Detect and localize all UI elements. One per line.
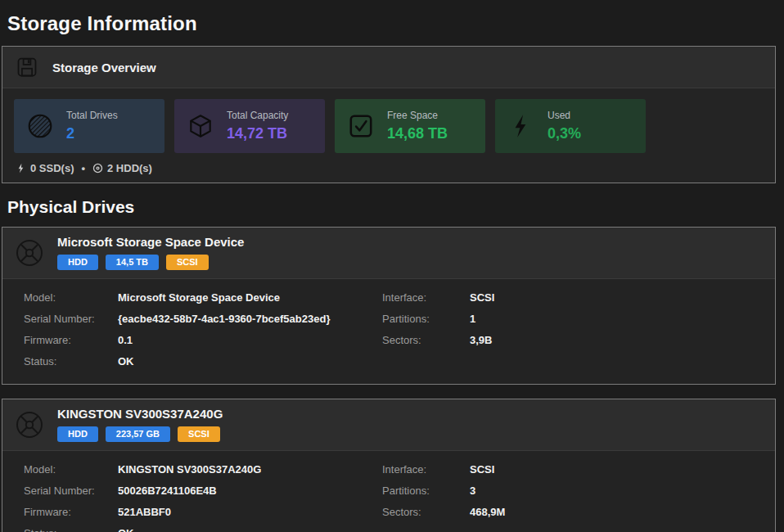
stat-card-total-drives: Total Drives 2 (14, 99, 164, 153)
storage-overview-title: Storage Overview (52, 61, 156, 74)
drive-name: KINGSTON SV300S37A240G (57, 407, 223, 421)
drive-card: KINGSTON SV300S37A240G HDD 223,57 GB SCS… (2, 399, 776, 532)
firmware-label: Firmware: (24, 501, 118, 522)
stat-value: 14,72 TB (227, 125, 288, 142)
floppy-disk-icon (16, 56, 38, 79)
checkbox-check-icon (347, 112, 375, 140)
stat-card-used: Used 0,3% (495, 99, 646, 153)
model-value: Microsoft Storage Space Device (118, 286, 382, 308)
hdd-disc-icon (92, 163, 103, 174)
sectors-label: Sectors: (382, 329, 470, 350)
badge-row: HDD 14,5 TB SCSI (57, 255, 244, 270)
status-label: Status: (24, 350, 118, 372)
stat-label: Total Capacity (227, 110, 288, 121)
storage-overview-body: Total Drives 2 Total Capacity (2, 88, 775, 183)
serial-value: 50026B7241106E4B (118, 480, 382, 501)
storage-overview-panel: Storage Overview (2, 46, 776, 183)
status-label: Status: (24, 522, 118, 532)
physical-drives-title: Physical Drives (7, 197, 784, 217)
interface-label: Interface: (382, 286, 470, 308)
status-value: OK (118, 522, 382, 532)
interface-value: SCSI (470, 286, 762, 308)
model-value: KINGSTON SV300S37A240G (118, 458, 382, 480)
drive-bus-badge: SCSI (166, 255, 209, 270)
storage-overview-header: Storage Overview (2, 47, 775, 88)
drive-size-badge: 14,5 TB (106, 255, 159, 270)
drive-bus-badge: SCSI (178, 426, 220, 442)
serial-label: Serial Number: (24, 480, 118, 501)
counts-separator: • (81, 162, 85, 174)
page-title: Storage Information (7, 12, 784, 35)
storage-information-page: Storage Information Storage Overview (0, 12, 784, 532)
firmware-value: 0.1 (118, 329, 382, 350)
stat-value: 0,3% (547, 125, 581, 142)
sectors-value: 468,9M (470, 501, 762, 522)
drive-details: Model: Microsoft Storage Space Device In… (2, 279, 775, 384)
drive-card: Microsoft Storage Space Device HDD 14,5 … (2, 227, 776, 385)
partitions-value: 3 (470, 480, 762, 501)
drive-details: Model: KINGSTON SV300S37A240G Interface:… (2, 451, 775, 532)
status-value: OK (118, 350, 382, 372)
model-label: Model: (24, 286, 118, 308)
hdd-count: 2 HDD(s) (107, 162, 152, 174)
serial-label: Serial Number: (24, 308, 118, 329)
stat-label: Total Drives (66, 110, 118, 121)
serial-value: {eacbe432-58b7-4ac1-9360-7bcef5ab23ed} (118, 308, 382, 329)
drive-header: Microsoft Storage Space Device HDD 14,5 … (2, 228, 775, 279)
model-label: Model: (24, 458, 118, 480)
drive-disc-icon (14, 409, 45, 440)
partitions-label: Partitions: (382, 480, 470, 501)
hatched-disk-icon (26, 112, 54, 140)
stat-label: Used (547, 110, 581, 121)
firmware-value: 521ABBF0 (118, 501, 382, 522)
drive-disc-icon (14, 237, 45, 268)
stat-card-total-capacity: Total Capacity 14,72 TB (174, 99, 325, 153)
drive-type-counts: 0 SSD(s) • 2 HDD(s) (16, 162, 764, 174)
drive-header: KINGSTON SV300S37A240G HDD 223,57 GB SCS… (2, 399, 775, 451)
lightning-bolt-icon (507, 112, 535, 140)
drive-type-badge: HDD (57, 426, 98, 442)
ssd-bolt-icon (16, 163, 26, 174)
stat-label: Free Space (387, 110, 448, 121)
stat-value: 14,68 TB (387, 125, 448, 142)
badge-row: HDD 223,57 GB SCSI (57, 426, 223, 442)
drive-name: Microsoft Storage Space Device (57, 235, 244, 249)
stat-card-free-space: Free Space 14,68 TB (335, 99, 485, 153)
drive-type-badge: HDD (57, 255, 98, 270)
stat-card-row: Total Drives 2 Total Capacity (14, 99, 764, 153)
sectors-value: 3,9B (470, 329, 762, 350)
drive-size-badge: 223,57 GB (106, 426, 170, 442)
partitions-value: 1 (470, 308, 762, 329)
firmware-label: Firmware: (24, 329, 118, 350)
partitions-label: Partitions: (382, 308, 470, 329)
ssd-count: 0 SSD(s) (30, 162, 74, 174)
interface-value: SCSI (470, 458, 762, 480)
cube-icon (187, 112, 214, 140)
stat-value: 2 (66, 125, 118, 142)
interface-label: Interface: (382, 458, 470, 480)
sectors-label: Sectors: (382, 501, 470, 522)
